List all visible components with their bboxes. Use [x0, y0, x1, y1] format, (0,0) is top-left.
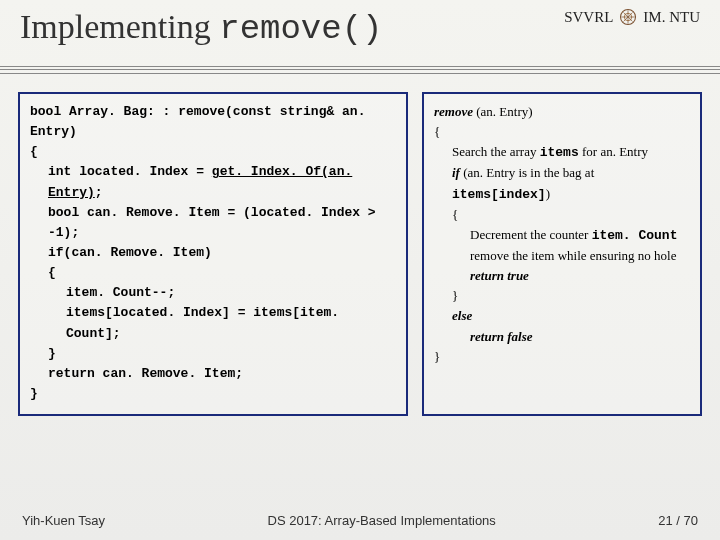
slide-body: bool Array. Bag: : remove(const string& … — [0, 70, 720, 416]
pseudo-line: return false — [434, 327, 690, 347]
code-line: return can. Remove. Item; — [30, 364, 396, 384]
pseudo-line: else — [434, 306, 690, 326]
code-line: int located. Index = get. Index. Of(an. … — [30, 162, 396, 202]
pseudo-line: Search the array items for an. Entry — [434, 142, 690, 163]
org-left: SVVRL — [564, 9, 613, 26]
title-code: remove() — [219, 10, 382, 48]
code-line: } — [30, 344, 396, 364]
pseudo-line: Decrement the counter item. Count — [434, 225, 690, 246]
ntu-crest-icon — [619, 8, 637, 26]
pseudo-line: if (an. Entry is in the bag at items[ind… — [434, 163, 690, 204]
slide-header: SVVRL IM. NTU Implementing remove() — [0, 0, 720, 70]
org-right: IM. NTU — [643, 9, 700, 26]
footer-page: 21 / 70 — [658, 513, 698, 528]
code-line: { — [30, 144, 38, 159]
code-line: } — [30, 386, 38, 401]
pseudo-line: remove the item while ensuring no hole — [434, 246, 690, 266]
slide-footer: Yih-Kuen Tsay DS 2017: Array-Based Imple… — [0, 513, 720, 528]
code-line: if(can. Remove. Item) — [30, 243, 396, 263]
pseudo-line: } — [434, 349, 440, 364]
code-line: { — [30, 263, 396, 283]
pseudo-line: remove (an. Entry) — [434, 104, 533, 119]
code-line: bool can. Remove. Item = (located. Index… — [30, 203, 396, 243]
pseudo-line: { — [434, 124, 440, 139]
code-line: bool Array. Bag: : remove(const string& … — [30, 104, 365, 139]
title-text: Implementing — [20, 8, 219, 45]
pseudo-line: return true — [434, 266, 690, 286]
code-box: bool Array. Bag: : remove(const string& … — [18, 92, 408, 416]
code-line: items[located. Index] = items[item. Coun… — [30, 303, 396, 343]
pseudo-box: remove (an. Entry) { Search the array it… — [422, 92, 702, 416]
code-line: item. Count--; — [30, 283, 396, 303]
pseudo-line: } — [434, 286, 690, 306]
header-right: SVVRL IM. NTU — [564, 8, 700, 26]
pseudo-line: { — [434, 205, 690, 225]
footer-author: Yih-Kuen Tsay — [22, 513, 105, 528]
footer-course: DS 2017: Array-Based Implementations — [268, 513, 496, 528]
